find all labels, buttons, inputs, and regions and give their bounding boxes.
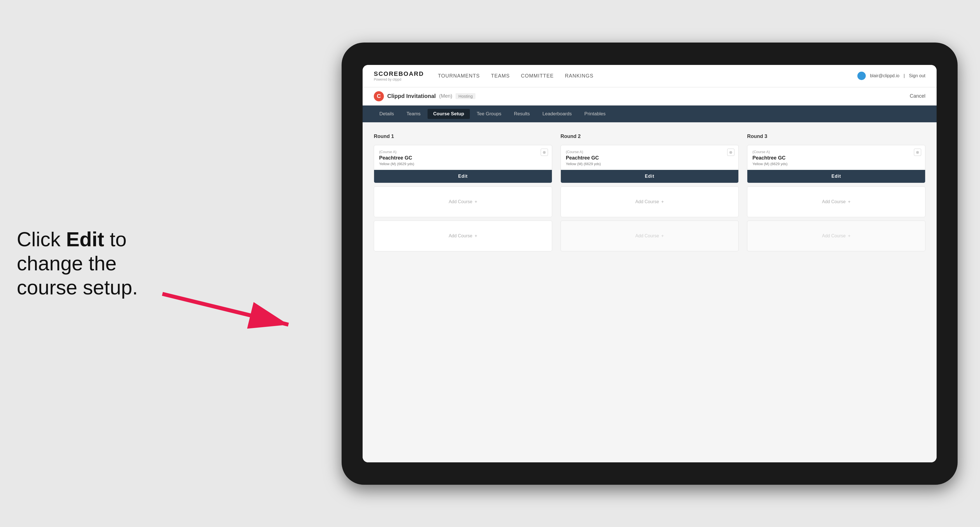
breadcrumb-left: C Clippd Invitational (Men) Hosting (374, 91, 476, 101)
logo-area: SCOREBOARD Powered by clippd (374, 70, 424, 81)
round-2-add-course-2-label: Add Course (635, 233, 659, 238)
user-email: blair@clippd.io (870, 73, 899, 78)
round-2-course-label: (Course A) (566, 150, 733, 154)
round-3-add-course-1-label: Add Course (822, 199, 846, 204)
cancel-button[interactable]: Cancel (910, 93, 925, 99)
tournament-name: Clippd Invitational (387, 93, 436, 99)
arrow-pointer (154, 286, 300, 336)
round-3-course-label: (Course A) (752, 150, 920, 154)
round-3-add-course-2-label: Add Course (822, 233, 846, 238)
round-1-title: Round 1 (374, 133, 552, 140)
round-2-add-course-2: Add Course + (560, 221, 739, 251)
gender-label: (Men) (439, 93, 452, 99)
round-2-title: Round 2 (560, 133, 739, 140)
top-navigation: SCOREBOARD Powered by clippd TOURNAMENTS… (363, 65, 937, 87)
round-2-add-course-1-icon: + (661, 199, 664, 204)
add-course-1-icon: + (475, 199, 477, 204)
tab-details[interactable]: Details (374, 109, 399, 119)
round-1-course-detail: Yellow (M) (6629 yds) (379, 162, 547, 166)
add-course-2-label: Add Course (449, 233, 473, 238)
tablet-device: SCOREBOARD Powered by clippd TOURNAMENTS… (342, 43, 958, 485)
round-1-course-card: (Course A) Peachtree GC Yellow (M) (6629… (374, 145, 552, 183)
user-avatar (858, 71, 866, 80)
app-logo: SCOREBOARD (374, 70, 424, 78)
round-1-delete-icon[interactable]: ⊗ (541, 149, 548, 156)
round-1-edit-button[interactable]: Edit (374, 170, 552, 183)
instruction-block: Click Edit tochange thecourse setup. (17, 227, 138, 300)
round-1-add-course-2[interactable]: Add Course + (374, 221, 552, 251)
tablet-screen: SCOREBOARD Powered by clippd TOURNAMENTS… (363, 65, 937, 462)
round-2-add-course-1-label: Add Course (635, 199, 659, 204)
nav-tournaments[interactable]: TOURNAMENTS (438, 73, 480, 79)
add-course-2-icon: + (475, 233, 477, 238)
round-2-edit-button[interactable]: Edit (561, 170, 739, 183)
tab-tee-groups[interactable]: Tee Groups (471, 109, 507, 119)
round-3-edit-button[interactable]: Edit (747, 170, 925, 183)
tab-teams[interactable]: Teams (401, 109, 426, 119)
nav-right-area: blair@clippd.io | Sign out (858, 71, 925, 80)
sign-out-link[interactable]: Sign out (909, 73, 925, 78)
round-3-add-course-1-icon: + (848, 199, 850, 204)
tab-results[interactable]: Results (508, 109, 535, 119)
breadcrumb-bar: C Clippd Invitational (Men) Hosting Canc… (363, 87, 937, 105)
nav-rankings[interactable]: RANKINGS (565, 73, 593, 79)
rounds-grid: Round 1 (Course A) Peachtree GC Yellow (… (374, 133, 925, 251)
nav-committee[interactable]: COMMITTEE (521, 73, 554, 79)
round-2-add-course-2-icon: + (661, 233, 664, 238)
tab-bar: Details Teams Course Setup Tee Groups Re… (363, 105, 937, 122)
round-3-title: Round 3 (747, 133, 925, 140)
round-2-course-card: (Course A) Peachtree GC Yellow (M) (6629… (560, 145, 739, 183)
round-1-course-name: Peachtree GC (379, 155, 547, 161)
brand-icon: C (374, 91, 384, 101)
tab-printables[interactable]: Printables (579, 109, 611, 119)
round-2-column: Round 2 (Course A) Peachtree GC Yellow (… (560, 133, 739, 251)
nav-teams[interactable]: TEAMS (491, 73, 510, 79)
round-3-delete-icon[interactable]: ⊗ (914, 149, 921, 156)
edit-keyword: Edit (66, 228, 104, 251)
svg-line-1 (162, 294, 288, 325)
round-3-add-course-2: Add Course + (747, 221, 925, 251)
round-3-course-detail: Yellow (M) (6629 yds) (752, 162, 920, 166)
round-3-course-card: (Course A) Peachtree GC Yellow (M) (6629… (747, 145, 925, 183)
round-1-add-course-1[interactable]: Add Course + (374, 186, 552, 217)
round-3-add-course-1[interactable]: Add Course + (747, 186, 925, 217)
nav-links: TOURNAMENTS TEAMS COMMITTEE RANKINGS (438, 73, 858, 79)
main-content: Round 1 (Course A) Peachtree GC Yellow (… (363, 122, 937, 462)
tab-course-setup[interactable]: Course Setup (428, 109, 470, 119)
round-3-column: Round 3 (Course A) Peachtree GC Yellow (… (747, 133, 925, 251)
round-2-course-detail: Yellow (M) (6629 yds) (566, 162, 733, 166)
round-2-course-name: Peachtree GC (566, 155, 733, 161)
round-3-add-course-2-icon: + (848, 233, 850, 238)
round-1-column: Round 1 (Course A) Peachtree GC Yellow (… (374, 133, 552, 251)
round-2-delete-icon[interactable]: ⊗ (727, 149, 735, 156)
hosting-badge: Hosting (455, 93, 476, 99)
logo-subtitle: Powered by clippd (374, 78, 424, 81)
round-3-course-name: Peachtree GC (752, 155, 920, 161)
tab-leaderboards[interactable]: Leaderboards (537, 109, 578, 119)
round-1-course-label: (Course A) (379, 150, 547, 154)
nav-separator: | (904, 73, 905, 78)
add-course-1-label: Add Course (449, 199, 473, 204)
round-2-add-course-1[interactable]: Add Course + (560, 186, 739, 217)
